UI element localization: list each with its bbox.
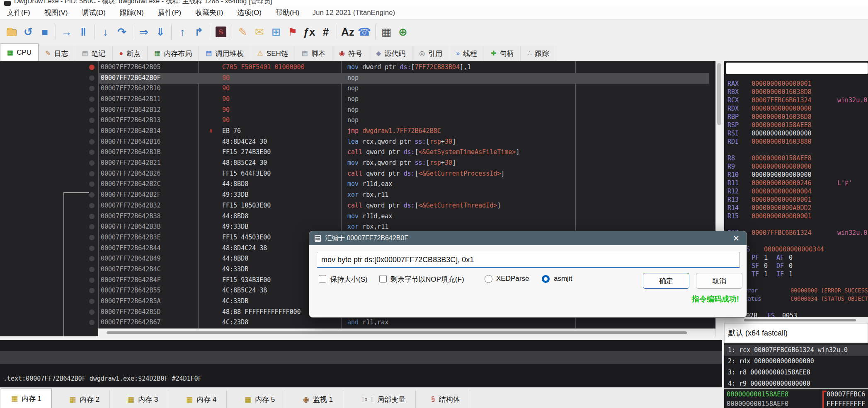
bottom-tab-内存 5[interactable]: ▦内存 5 — [235, 390, 285, 408]
register-row[interactable]: R150000000000000001 — [724, 212, 868, 221]
disasm-address[interactable]: 00007FF72B642B32 — [101, 202, 161, 209]
row-dot[interactable] — [89, 171, 95, 176]
row-dot[interactable] — [89, 150, 95, 155]
disasm-bytes[interactable]: 90 — [222, 74, 230, 82]
disasm-bytes[interactable]: 44:8BD8 — [222, 212, 248, 220]
stack-address[interactable]: 000000000158AEE8 — [727, 391, 788, 398]
register-row[interactable]: RBX00000000016038D8 — [724, 88, 868, 97]
keep-size-label[interactable]: 保持大小(S) — [330, 275, 368, 284]
disasm-bytes[interactable]: 48:8B5C24 30 — [222, 159, 267, 167]
tab-句柄[interactable]: ✚句柄 — [484, 46, 521, 61]
row-dot[interactable] — [89, 278, 95, 283]
row-dot[interactable] — [89, 128, 95, 134]
tab-SEH链[interactable]: ⚠SEH链 — [250, 46, 295, 61]
disasm-bytes[interactable]: 44:8BD8 — [222, 255, 248, 262]
stop-icon[interactable]: ■ — [36, 23, 53, 41]
menu-item-D[interactable]: 调试(D) — [75, 6, 113, 19]
disasm-bytes[interactable]: 48:B8 FFFFFFFFFFFF000 — [222, 308, 301, 316]
disasm-instruction[interactable]: mov r11d,eax — [347, 180, 392, 188]
strings-icon[interactable]: Aᴢ — [339, 23, 356, 41]
disasm-address[interactable]: 00007FF72B642B2F — [101, 191, 161, 198]
tab-内存布局[interactable]: ▦内存布局 — [148, 46, 199, 61]
register-row[interactable]: R110000000000000246L'Ɇ' — [724, 179, 868, 188]
argument-row[interactable]: 1: rcx 00007FFBC6B61324 win32u.0 — [724, 345, 868, 356]
disasm-address[interactable]: 00007FF72B642B4C — [101, 266, 161, 273]
register-row[interactable]: RAX0000000000000001 — [724, 80, 868, 88]
disasm-address[interactable]: 00007FF72B642B44 — [101, 244, 161, 252]
disasm-instruction[interactable]: call qword ptr ds:[<&GetCurrentThreadId>… — [347, 202, 501, 209]
comments-icon[interactable]: ✉ — [251, 23, 268, 41]
disasm-bytes[interactable]: 90 — [222, 106, 230, 113]
cancel-button[interactable]: 取消 — [696, 273, 742, 289]
disasm-address[interactable]: 00007FF72B642B38 — [101, 212, 161, 220]
row-dot[interactable] — [89, 309, 95, 315]
disasm-bytes[interactable]: 90 — [222, 116, 230, 124]
disasm-instruction[interactable]: jmp dwgdraw1.7FF72B642B8C — [347, 127, 441, 135]
disasm-instruction[interactable]: mov rbx,qword ptr ss:[rsp+30] — [347, 159, 456, 167]
row-dot[interactable] — [89, 160, 95, 166]
dialog-title-bar[interactable]: 汇编于 00007FF72B642B0F ✕ — [309, 231, 747, 245]
scrollbar-thumb[interactable] — [744, 319, 856, 321]
disasm-address[interactable]: 00007FF72B642B21 — [101, 159, 161, 167]
disasm-address[interactable]: 00007FF72B642B11 — [101, 95, 161, 103]
register-row[interactable]: RDI0000000001603880 — [724, 138, 868, 146]
disasm-bytes[interactable]: 48:8D4C24 30 — [222, 138, 267, 145]
disasm-instruction[interactable]: xor rbx,r11 — [347, 223, 388, 230]
close-icon[interactable]: ✕ — [729, 231, 743, 245]
disasm-bytes[interactable]: FF15 644F3E00 — [222, 170, 271, 177]
bottom-tab-局部变量[interactable]: |x=|局部变量 — [352, 390, 416, 408]
info-selected-row[interactable] — [0, 351, 722, 364]
disasm-bytes[interactable]: 4C:33DB — [222, 297, 248, 305]
disasm-bytes[interactable]: FF15 934B3E00 — [222, 276, 271, 284]
disasm-address[interactable]: 00007FF72B642B4F — [101, 276, 161, 284]
disasm-address[interactable]: 00007FF72B642B5A — [101, 297, 161, 305]
registers-horizontal-scrollbar[interactable] — [724, 317, 868, 323]
menu-item-N[interactable]: 跟踪(N) — [113, 6, 151, 19]
disasm-bytes[interactable]: 49:33DB — [222, 223, 248, 230]
row-dot[interactable] — [89, 288, 95, 293]
scrollbar-thumb[interactable] — [107, 331, 687, 334]
step-into-icon[interactable]: ↓ — [97, 23, 114, 41]
register-row[interactable]: R120000000000000004 — [724, 188, 868, 196]
disasm-bytes[interactable]: 44:8BD8 — [222, 180, 248, 188]
disasm-address[interactable]: 00007FF72B642B55 — [101, 287, 161, 294]
disasm-instruction[interactable]: lea rcx,qword ptr ss:[rsp+30] — [347, 138, 456, 145]
row-dot[interactable] — [89, 235, 95, 240]
row-dot[interactable] — [89, 97, 95, 102]
disasm-address[interactable]: 00007FF72B642B10 — [101, 84, 161, 92]
breakpoint-dot[interactable] — [89, 65, 95, 70]
arguments-panel[interactable]: 1: rcx 00007FFBC6B61324 win32u.02: rdx 0… — [724, 343, 868, 388]
hash-icon[interactable]: # — [318, 23, 334, 41]
disasm-bytes[interactable]: 48:8D4C24 38 — [222, 244, 267, 252]
argument-row[interactable]: 2: rdx 0000000000000000 — [724, 356, 868, 367]
tab-跟踪[interactable]: ∴跟踪 — [521, 46, 556, 61]
run-icon[interactable]: → — [58, 23, 75, 41]
argument-row[interactable]: 4: r9 0000000000000000 — [724, 378, 868, 388]
ok-button[interactable]: 确定 — [643, 273, 689, 289]
open-file-icon[interactable] — [3, 23, 20, 41]
xedparse-label[interactable]: XEDParse — [496, 275, 529, 283]
menu-item-V[interactable]: 视图(V) — [37, 6, 75, 19]
row-dot[interactable] — [89, 75, 95, 81]
row-dot[interactable] — [89, 181, 95, 187]
disasm-address[interactable]: 00007FF72B642B67 — [101, 319, 161, 326]
calculator-icon[interactable]: ▦ — [378, 23, 395, 41]
argument-row[interactable]: 3: r8 000000000158AEE8 — [724, 367, 868, 378]
tab-线程[interactable]: »线程 — [449, 46, 484, 61]
disasm-bytes[interactable]: FF15 274B3E00 — [222, 148, 271, 156]
hide-fpu-button[interactable] — [726, 63, 868, 74]
register-row[interactable]: R1400000000000A0DD2 — [724, 204, 868, 212]
row-dot[interactable] — [89, 224, 95, 229]
disasm-address[interactable]: 00007FF72B642B12 — [101, 106, 161, 113]
row-dot[interactable] — [89, 267, 95, 272]
disasm-instruction[interactable]: nop — [347, 116, 359, 124]
asmjit-radio[interactable] — [542, 275, 550, 283]
xedparse-radio[interactable] — [485, 275, 492, 283]
trace-into-icon[interactable]: ⇓ — [152, 23, 169, 41]
fill-nop-checkbox[interactable] — [379, 275, 387, 282]
disasm-bytes[interactable]: 4C:23D8 — [222, 319, 248, 326]
disasm-instruction[interactable]: xor rbx,r11 — [347, 191, 388, 198]
breakpoints-icon[interactable]: ⚑ — [284, 23, 301, 41]
stack-pane[interactable]: 000000000158AEE800007FFBC6000000000158AE… — [724, 389, 868, 408]
bottom-tab-内存 3[interactable]: ▦内存 3 — [118, 390, 168, 408]
